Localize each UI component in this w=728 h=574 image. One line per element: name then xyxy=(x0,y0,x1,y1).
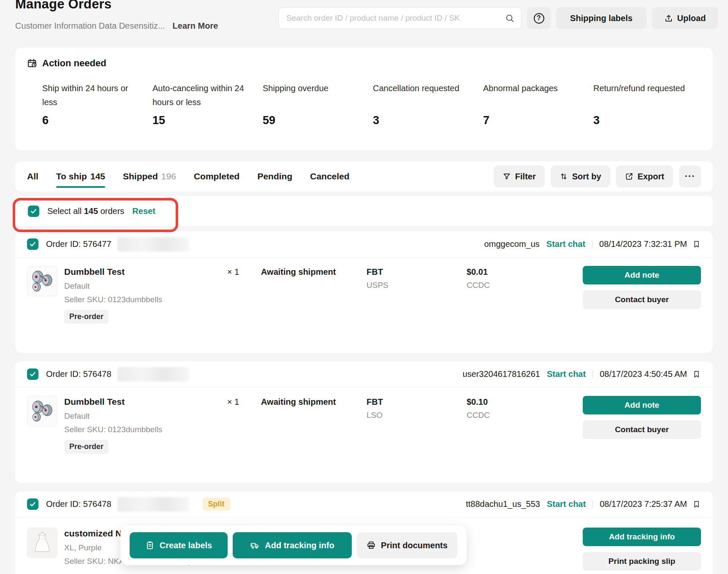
carrier: USPS xyxy=(367,281,467,290)
order-search-box[interactable] xyxy=(278,7,522,29)
more-actions-button[interactable]: ··· xyxy=(679,165,701,187)
clipboard-icon xyxy=(145,541,155,550)
action-needed-title: Action needed xyxy=(42,58,106,69)
calendar-clock-icon xyxy=(27,58,37,68)
orders-tab-bar: All To ship 145 Shipped 196 Completed Pe… xyxy=(15,161,713,192)
product-name[interactable]: Dumbbell Test xyxy=(64,396,227,408)
print-documents-button[interactable]: Print documents xyxy=(357,532,457,558)
tab-canceled[interactable]: Canceled xyxy=(310,161,349,192)
split-badge: Split xyxy=(203,498,230,511)
product-variant: Default xyxy=(64,281,227,291)
tab-completed[interactable]: Completed xyxy=(194,161,240,192)
stat-ship-within-24h[interactable]: Ship within 24 hours or less 6 xyxy=(42,81,152,127)
bulk-action-bar: Create labels Add tracking info Print do… xyxy=(120,525,467,565)
pre-order-badge: Pre-order xyxy=(64,310,109,324)
print-packing-slip-button[interactable]: Print packing slip xyxy=(583,552,701,571)
order-status: Awaiting shipment xyxy=(261,396,367,454)
product-image-dumbbell[interactable] xyxy=(27,266,57,296)
product-image-dumbbell[interactable] xyxy=(27,396,57,426)
order-date: 08/17/2023 7:25:37 AM xyxy=(600,499,687,509)
start-chat-link[interactable]: Start chat xyxy=(547,369,586,379)
contact-buyer-button[interactable]: Contact buyer xyxy=(583,290,701,309)
question-icon: ? xyxy=(534,13,544,24)
product-name[interactable]: Dumbbell Test xyxy=(64,266,227,278)
order-id: Order ID: 576478 xyxy=(46,499,111,509)
help-button[interactable]: ? xyxy=(527,7,551,29)
filter-icon xyxy=(503,172,511,181)
printer-icon xyxy=(367,541,376,550)
search-input[interactable] xyxy=(286,14,505,23)
order-status: Awaiting shipment xyxy=(261,266,367,324)
product-quantity: × 1 xyxy=(227,266,261,324)
select-all-label: Select all 145 orders xyxy=(47,206,124,216)
select-all-checkbox[interactable] xyxy=(28,206,39,217)
buyer-username: omggecom_us xyxy=(484,239,540,249)
sort-by-button[interactable]: Sort by xyxy=(551,165,610,187)
desensitization-notice: Customer Information Data Desensitiz... xyxy=(15,21,165,31)
redacted-order-id xyxy=(117,497,189,512)
start-chat-link[interactable]: Start chat xyxy=(546,239,585,249)
shipping-method: FBT xyxy=(367,267,467,277)
redacted-order-id xyxy=(117,237,189,252)
selected-count: 145 xyxy=(84,206,98,216)
redacted-order-id xyxy=(117,367,189,382)
page-header: Manage Orders Customer Information Data … xyxy=(0,0,728,39)
product-quantity: × 1 xyxy=(227,396,261,454)
sort-icon xyxy=(560,172,568,181)
product-image-dress[interactable] xyxy=(27,528,57,558)
stat-abnormal-packages[interactable]: Abnormal packages 7 xyxy=(483,81,593,127)
learn-more-link[interactable]: Learn More xyxy=(173,21,218,31)
bookmark-icon[interactable] xyxy=(692,240,701,249)
stat-shipping-overdue[interactable]: Shipping overdue 59 xyxy=(263,81,373,127)
buyer-username: tt88dachu1_us_553 xyxy=(466,499,540,509)
stat-auto-canceling[interactable]: Auto-canceling within 24 hours or less 1… xyxy=(152,81,263,127)
payment-method: CCDC xyxy=(467,411,583,420)
order-amount: $0.10 xyxy=(467,397,583,407)
start-chat-link[interactable]: Start chat xyxy=(547,499,586,509)
order-amount: $0.01 xyxy=(467,267,583,277)
ellipsis-icon: ··· xyxy=(685,171,695,182)
contact-buyer-button[interactable]: Contact buyer xyxy=(583,420,701,439)
order-id: Order ID: 576477 xyxy=(46,239,111,249)
tab-pending[interactable]: Pending xyxy=(257,161,292,192)
order-card: Order ID: 576478 user3204617816261 Start… xyxy=(15,361,713,483)
truck-icon xyxy=(250,541,260,550)
divider xyxy=(592,501,593,508)
export-icon xyxy=(625,172,633,181)
reset-selection-link[interactable]: Reset xyxy=(132,206,155,216)
carrier: LSO xyxy=(367,411,467,420)
divider xyxy=(592,371,593,378)
create-labels-button[interactable]: Create labels xyxy=(130,532,228,558)
add-note-button[interactable]: Add note xyxy=(583,266,701,284)
select-all-bar: Select all 145 orders Reset xyxy=(15,196,713,226)
order-checkbox[interactable] xyxy=(27,498,38,510)
order-card: Order ID: 576477 omggecom_us Start chat … xyxy=(15,231,713,353)
order-date: 08/17/2023 4:50:45 AM xyxy=(600,369,687,379)
stat-return-refund[interactable]: Return/refund requested 3 xyxy=(593,81,701,127)
product-sku: Seller SKU: 0123dumbbells xyxy=(64,295,227,305)
upload-icon xyxy=(664,14,673,23)
product-sku: Seller SKU: 0123dumbbells xyxy=(64,425,227,435)
tab-shipped[interactable]: Shipped 196 xyxy=(123,161,176,192)
add-note-button[interactable]: Add note xyxy=(583,396,701,414)
order-date: 08/14/2023 7:32:31 PM xyxy=(599,239,687,249)
stat-cancellation-requested[interactable]: Cancellation requested 3 xyxy=(373,81,483,127)
upload-button[interactable]: Upload xyxy=(652,7,718,29)
shipping-labels-button[interactable]: Shipping labels xyxy=(556,7,647,29)
shipping-method: FBT xyxy=(367,397,467,407)
pre-order-badge: Pre-order xyxy=(64,440,109,454)
bookmark-icon[interactable] xyxy=(692,370,701,379)
order-checkbox[interactable] xyxy=(27,368,38,380)
add-tracking-info-bulk-button[interactable]: Add tracking info xyxy=(233,532,352,558)
buyer-username: user3204617816261 xyxy=(462,369,540,379)
bookmark-icon[interactable] xyxy=(692,500,701,509)
order-checkbox[interactable] xyxy=(27,238,38,250)
tab-to-ship[interactable]: To ship 145 xyxy=(56,161,105,192)
export-button[interactable]: Export xyxy=(616,165,673,187)
order-id: Order ID: 576478 xyxy=(46,369,111,379)
action-needed-panel: Action needed Ship within 24 hours or le… xyxy=(15,48,713,150)
tab-all[interactable]: All xyxy=(27,161,38,192)
add-tracking-info-button[interactable]: Add tracking info xyxy=(583,528,701,546)
divider xyxy=(592,241,592,248)
filter-button[interactable]: Filter xyxy=(494,165,545,187)
